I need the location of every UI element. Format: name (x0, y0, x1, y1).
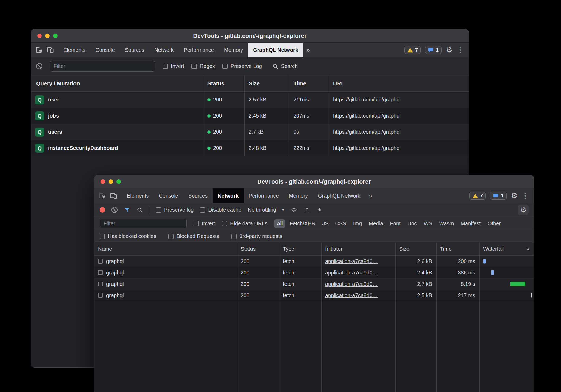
clear-log-icon[interactable] (36, 63, 42, 69)
filter-input[interactable] (50, 61, 155, 72)
inspect-element-icon[interactable] (35, 46, 43, 54)
tab-performance[interactable]: Performance (179, 43, 219, 57)
tab-memory[interactable]: Memory (219, 43, 248, 57)
zoom-button[interactable] (116, 179, 121, 184)
filter-input[interactable] (100, 219, 187, 228)
col-size[interactable]: Size (244, 80, 289, 87)
row-checkbox[interactable] (98, 270, 103, 275)
tab-graphql-network[interactable]: GraphQL Network (248, 43, 303, 57)
kebab-menu-icon[interactable]: ⋮ (522, 192, 529, 199)
preserve-log-checkbox[interactable]: Preserve Log (222, 63, 262, 69)
col-status[interactable]: Status (237, 246, 279, 252)
col-name[interactable]: Name (94, 246, 237, 252)
row-checkbox[interactable] (98, 293, 103, 298)
filter-chip-fetch-xhr[interactable]: Fetch/XHR (287, 219, 318, 228)
initiator-link[interactable]: application-a7ca9d0… (325, 270, 378, 276)
has-blocked-cookies-checkbox[interactable]: Has blocked cookies (100, 233, 156, 239)
filter-chip-media[interactable]: Media (366, 219, 386, 228)
col-type[interactable]: Type (279, 246, 321, 252)
filter-chip-wasm[interactable]: Wasm (436, 219, 456, 228)
tab-memory[interactable]: Memory (284, 188, 313, 203)
network-row[interactable]: graphql 200 fetch application-a7ca9d0… 2… (94, 256, 534, 267)
network-row[interactable]: graphql 200 fetch application-a7ca9d0… 2… (94, 278, 534, 290)
invert-checkbox[interactable]: Invert (163, 63, 184, 69)
minimize-button[interactable] (45, 34, 50, 38)
filter-chip-all[interactable]: All (274, 219, 285, 228)
inspect-element-icon[interactable] (99, 192, 106, 200)
invert-checkbox[interactable]: Invert (194, 221, 215, 227)
filter-chip-css[interactable]: CSS (333, 219, 349, 228)
initiator-link[interactable]: application-a7ca9d0… (325, 292, 378, 298)
filter-funnel-icon[interactable] (124, 207, 130, 213)
col-url[interactable]: URL (329, 80, 469, 87)
hide-data-urls-checkbox[interactable]: Hide data URLs (222, 221, 267, 227)
device-toolbar-icon[interactable] (46, 46, 54, 54)
warnings-badge[interactable]: 7 (469, 192, 486, 200)
close-button[interactable] (101, 179, 105, 184)
col-query-mutation[interactable]: Query / Mutation (31, 80, 203, 87)
tab-sources[interactable]: Sources (120, 43, 149, 57)
filter-chip-ws[interactable]: WS (421, 219, 435, 228)
graphql-query-row[interactable]: Q user 200 2.57 kB 211ms https://gitlab.… (31, 92, 469, 108)
tab-graphql-network[interactable]: GraphQL Network (313, 188, 365, 203)
tab-elements[interactable]: Elements (58, 43, 90, 57)
disable-cache-checkbox[interactable]: Disable cache (200, 207, 241, 213)
initiator-link[interactable]: application-a7ca9d0… (325, 258, 378, 264)
col-size[interactable]: Size (395, 246, 436, 252)
more-tabs-icon[interactable]: » (303, 43, 313, 57)
filter-chip-manifest[interactable]: Manifest (458, 219, 483, 228)
warnings-badge[interactable]: 7 (404, 46, 421, 54)
initiator-link[interactable]: application-a7ca9d0… (325, 281, 378, 287)
filter-chip-font[interactable]: Font (387, 219, 403, 228)
tab-elements[interactable]: Elements (122, 188, 154, 203)
settings-gear-icon[interactable]: ⚙ (446, 46, 452, 54)
more-tabs-icon[interactable]: » (365, 188, 375, 203)
export-har-icon[interactable] (316, 207, 323, 213)
close-button[interactable] (37, 34, 42, 38)
zoom-button[interactable] (53, 34, 58, 38)
col-time[interactable]: Time (436, 246, 479, 252)
row-checkbox[interactable] (98, 282, 103, 286)
network-row[interactable]: graphql 200 fetch application-a7ca9d0… 2… (94, 290, 534, 301)
minimize-button[interactable] (109, 179, 113, 184)
graphql-query-row[interactable]: Q jobs 200 2.45 kB 207ms https://gitlab.… (31, 108, 469, 124)
preserve-log-checkbox[interactable]: Preserve log (156, 207, 194, 213)
network-conditions-icon[interactable] (291, 207, 297, 213)
device-toolbar-icon[interactable] (110, 192, 118, 200)
tab-network[interactable]: Network (149, 43, 179, 57)
col-initiator[interactable]: Initiator (321, 246, 395, 252)
network-row[interactable]: graphql 200 fetch application-a7ca9d0… 2… (94, 267, 534, 278)
tab-sources[interactable]: Sources (183, 188, 213, 203)
filter-chip-img[interactable]: Img (350, 219, 364, 228)
network-settings-button[interactable]: ⚙ (518, 205, 529, 215)
col-waterfall[interactable]: Waterfall ▲ (479, 246, 534, 252)
throttling-select[interactable]: No throttling ▾ (248, 207, 284, 213)
third-party-requests-checkbox[interactable]: 3rd-party requests (231, 233, 282, 239)
filter-chip-js[interactable]: JS (320, 219, 331, 228)
titlebar[interactable]: DevTools - gitlab.com/-/graphql-explorer (94, 175, 534, 188)
col-time[interactable]: Time (289, 80, 329, 87)
graphql-query-row[interactable]: Q users 200 2.7 kB 9s https://gitlab.com… (31, 124, 469, 140)
filter-chip-other[interactable]: Other (485, 219, 503, 228)
tab-console[interactable]: Console (90, 43, 120, 57)
row-checkbox[interactable] (98, 259, 103, 264)
tab-console[interactable]: Console (154, 188, 183, 203)
regex-checkbox[interactable]: Regex (191, 63, 215, 69)
kebab-menu-icon[interactable]: ⋮ (457, 46, 464, 53)
blocked-requests-checkbox[interactable]: Blocked Requests (168, 233, 219, 239)
issues-badge[interactable]: 1 (425, 46, 442, 54)
clear-network-log-icon[interactable] (111, 207, 118, 213)
settings-gear-icon[interactable]: ⚙ (511, 192, 517, 199)
issues-badge[interactable]: 1 (490, 192, 507, 200)
tab-network[interactable]: Network (213, 188, 244, 203)
graphql-query-row[interactable]: Q instanceSecurityDashboard 200 2.48 kB … (31, 140, 469, 156)
import-har-icon[interactable] (304, 207, 310, 213)
col-status[interactable]: Status (203, 80, 244, 87)
search-button[interactable]: Search (272, 63, 298, 69)
tab-performance[interactable]: Performance (244, 188, 284, 203)
time-cell: 217 ms (436, 292, 479, 298)
filter-chip-doc[interactable]: Doc (405, 219, 420, 228)
titlebar[interactable]: DevTools - gitlab.com/-/graphql-explorer (31, 29, 469, 43)
search-icon[interactable] (137, 207, 143, 213)
record-button[interactable] (100, 207, 105, 213)
